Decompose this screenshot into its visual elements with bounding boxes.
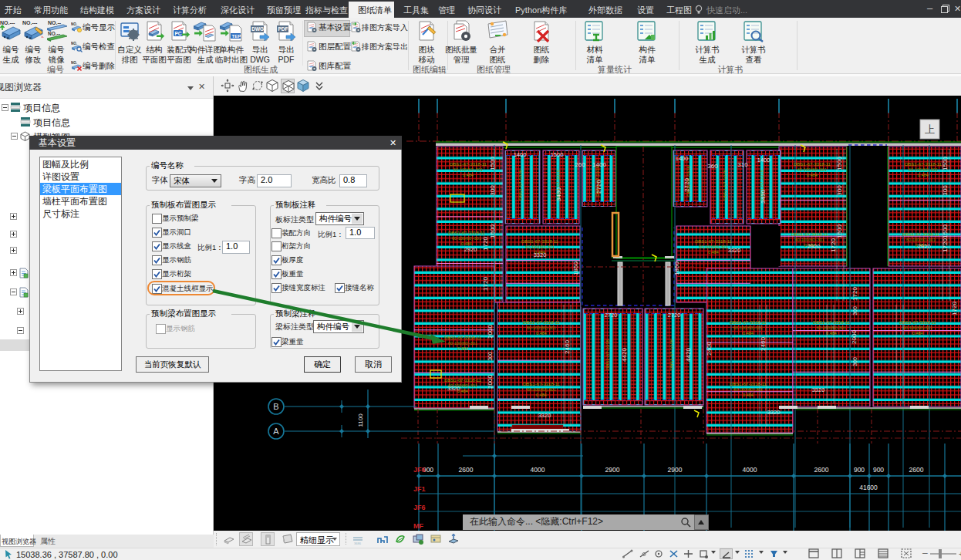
svg-text:60-100(60)-301: 60-100(60)-301 [733,326,763,330]
svg-text:DBS1-67-3318-11: DBS1-67-3318-11 [444,336,482,340]
svg-text:3320: 3320 [447,385,460,392]
svg-text:0.484: 0.484 [912,331,923,336]
svg-text:DBS1-67-3318-11: DBS1-67-3318-11 [902,232,940,237]
svg-text:41600: 41600 [859,484,878,491]
svg-text:0.484: 0.484 [463,173,474,177]
svg-text:1500: 1500 [489,224,496,238]
svg-text:4000: 4000 [531,466,545,474]
svg-text:2000: 2000 [851,330,858,344]
svg-text:DBS1-67-3318-11: DBS1-67-3318-11 [695,239,733,244]
svg-text:1400: 1400 [514,151,527,158]
svg-text:MF: MF [413,522,423,530]
svg-text:4420: 4420 [621,348,628,362]
svg-text:1100: 1100 [357,413,364,427]
svg-text:2900: 2900 [668,466,683,474]
svg-text:3320: 3320 [728,247,741,254]
svg-text:上: 上 [925,123,935,135]
svg-text:A: A [273,427,279,436]
svg-text:60-100(60)-301: 60-100(60)-301 [906,238,936,242]
svg-text:JF6: JF6 [413,466,426,474]
svg-text:0.484: 0.484 [918,173,929,177]
svg-text:JF6: JF6 [413,504,426,511]
svg-text:NO.---: NO.--- [0,20,15,25]
svg-text:NO.: NO. [71,22,77,26]
svg-text:B: B [273,402,278,411]
svg-text:PC: PC [175,31,182,36]
svg-text:DWG: DWG [251,26,264,32]
svg-text:900: 900 [854,466,865,474]
svg-text:2000: 2000 [487,325,494,339]
svg-text:2600: 2600 [909,466,924,474]
svg-text:1720: 1720 [482,237,489,251]
svg-text:NO.---: NO.--- [22,20,38,25]
svg-text:4000: 4000 [743,466,757,474]
svg-text:60-100(60)-301: 60-100(60)-301 [527,326,556,330]
svg-text:DBS1-67-3318-11: DBS1-67-3318-11 [730,382,767,386]
svg-text:3320: 3320 [538,412,551,419]
svg-text:0.484: 0.484 [826,331,837,336]
svg-text:1720: 1720 [851,287,858,301]
svg-text:DBS1-67-3318: DBS1-67-3318 [605,339,610,369]
svg-text:1400: 1400 [757,157,770,164]
svg-text:2720: 2720 [595,180,602,194]
svg-text:60-100(60)-301: 60-100(60)-301 [452,236,481,241]
svg-text:2600: 2600 [459,466,474,474]
svg-text:0.484: 0.484 [708,250,719,255]
svg-text:DBS1-67-3318-11: DBS1-67-3318-11 [521,239,559,244]
svg-text:0.484: 0.484 [457,346,468,351]
svg-text:60-100(60)-301: 60-100(60)-301 [909,167,938,172]
svg-text:DBS1-67-3318-11: DBS1-67-3318-11 [523,382,561,386]
svg-text:DBS1-67-3318: DBS1-67-3318 [518,169,523,200]
svg-text:260: 260 [575,161,585,168]
svg-text:1500: 1500 [489,157,496,170]
svg-text:60-100(60)-301: 60-100(60)-301 [525,245,555,249]
svg-text:2920: 2920 [918,243,931,250]
svg-text:1400: 1400 [676,155,689,162]
svg-text:1850: 1850 [673,261,680,275]
svg-text:1720: 1720 [951,302,958,315]
svg-text:DBS1-67-3318-11: DBS1-67-3318-11 [448,231,486,235]
svg-text:3320: 3320 [812,386,825,393]
svg-text:310: 310 [737,161,748,168]
svg-text:3430: 3430 [760,190,767,204]
svg-text:2920: 2920 [808,243,821,250]
svg-text:60-100(60)-301: 60-100(60)-301 [795,238,824,242]
svg-text:0.484: 0.484 [536,393,547,397]
svg-text:60-100(60)-301: 60-100(60)-301 [699,245,728,249]
svg-text:1850: 1850 [572,261,579,275]
svg-text:DBS1-67-3318-11: DBS1-67-3318-11 [905,162,942,167]
svg-text:300: 300 [489,185,496,196]
svg-text:60-100(60)-301: 60-100(60)-301 [527,387,556,392]
svg-text:2460: 2460 [564,340,571,354]
svg-text:3320: 3320 [534,251,547,258]
svg-text:300: 300 [852,306,858,315]
svg-text:60-100(60)-301: 60-100(60)-301 [797,167,827,172]
svg-text:1400: 1400 [592,161,606,168]
svg-text:3686: 3686 [354,541,362,545]
svg-text:4420: 4420 [685,348,692,362]
svg-text:JF1: JF1 [413,485,426,493]
svg-text:300: 300 [487,352,493,361]
svg-text:1720: 1720 [482,277,489,291]
svg-text:2720: 2720 [668,312,681,319]
svg-text:DBS1-67-3318: DBS1-67-3318 [723,169,727,200]
svg-text:NO.--: NO.-- [48,20,62,25]
svg-text:2400: 2400 [706,342,713,356]
svg-text:2900: 2900 [605,466,620,474]
svg-text:NO.--: NO.-- [48,31,60,36]
svg-text:0.484: 0.484 [743,393,754,397]
svg-text:DBS1-67-3318-11: DBS1-67-3318-11 [794,162,831,167]
svg-text:DBS1-67-3318: DBS1-67-3318 [669,339,674,369]
svg-text:0.484: 0.484 [743,331,754,336]
svg-text:DBS1-67-3318-11: DBS1-67-3318-11 [791,232,829,237]
svg-text:60-100(60)-301: 60-100(60)-301 [448,341,477,346]
svg-text:2720: 2720 [683,178,690,192]
svg-text:0.484: 0.484 [807,173,818,177]
svg-text:PDF: PDF [278,26,288,32]
svg-text:360: 360 [707,163,718,170]
svg-text:300: 300 [852,357,858,366]
svg-text:60-100(60)-301: 60-100(60)-301 [817,326,846,330]
svg-text:2600: 2600 [814,466,829,474]
svg-text:900: 900 [873,466,884,474]
svg-text:DBS1-67-3318-11: DBS1-67-3318-11 [813,320,851,325]
